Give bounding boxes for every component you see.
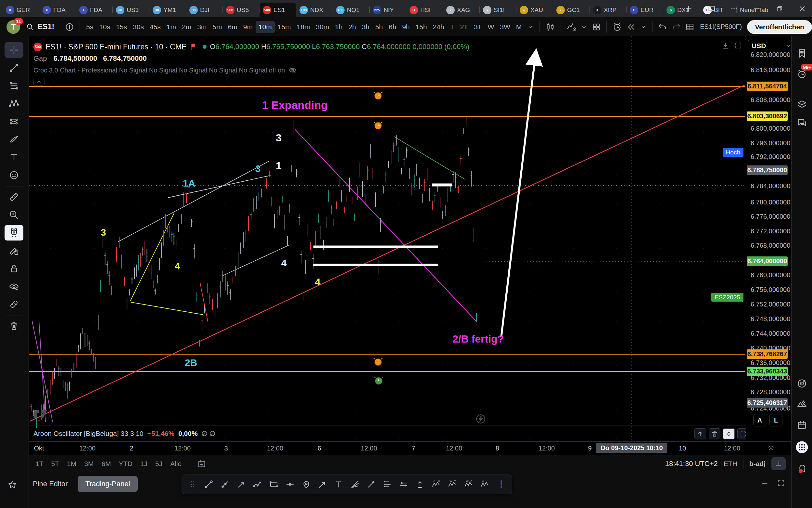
range-5t[interactable]: 5T xyxy=(47,458,63,470)
browser-tab-gc1[interactable]: ▲GC1 xyxy=(553,3,590,17)
legend-collapse-chevron[interactable] xyxy=(34,78,45,86)
ray-icon[interactable] xyxy=(218,477,233,492)
wave-annotation[interactable]: 3 xyxy=(255,163,261,174)
browser-tab-fda[interactable]: XFDA xyxy=(39,3,76,17)
browser-tab-xag[interactable]: ▲XAG xyxy=(443,3,480,17)
browser-tab-eur[interactable]: €EUR xyxy=(627,3,663,17)
timeframe-M[interactable]: M xyxy=(513,21,525,33)
symbol-title[interactable]: ES1! · S&P 500 E-mini Futures · 10 · CME xyxy=(45,41,186,53)
timeframe-45s[interactable]: 45s xyxy=(147,21,164,33)
pin-icon[interactable] xyxy=(299,477,314,492)
timeframe-9m[interactable]: 9m xyxy=(240,21,256,33)
multichart-layout-icon[interactable] xyxy=(683,20,697,34)
session-label[interactable]: ETH xyxy=(724,460,737,468)
range-5j[interactable]: 5J xyxy=(151,458,166,470)
ideas-stream-icon[interactable] xyxy=(794,396,810,412)
emoji-icon[interactable] xyxy=(5,167,23,183)
timeframe-5h[interactable]: 5h xyxy=(372,21,386,33)
wave-annotation[interactable]: 2B xyxy=(185,357,197,368)
fib-retracement-icon[interactable] xyxy=(5,78,23,94)
parallel-channel-icon[interactable] xyxy=(396,477,411,492)
timeframe-1h[interactable]: 1h xyxy=(332,21,345,33)
clock-emoji-marker[interactable] xyxy=(374,122,382,129)
channel-lower-white[interactable] xyxy=(118,161,269,242)
timeframe-5m[interactable]: 5m xyxy=(209,21,225,33)
browser-tab-us5[interactable]: 500US5 xyxy=(223,3,259,17)
wave-b-downtrend[interactable] xyxy=(295,130,477,322)
range-1j[interactable]: 1J xyxy=(136,458,151,470)
chat-icon[interactable] xyxy=(794,115,810,131)
screener-radar-icon[interactable] xyxy=(794,376,810,391)
minimize-button[interactable] xyxy=(750,2,763,15)
browser-tab-dji[interactable]: 30DJI xyxy=(186,3,223,17)
calendar-icon[interactable] xyxy=(794,417,810,433)
forecast-icon[interactable] xyxy=(5,114,23,129)
clock-emoji-marker[interactable] xyxy=(374,358,382,366)
alert-clock-icon[interactable] xyxy=(610,20,624,34)
time-axis[interactable]: Okt12:00212:00312:00612:00712:00812:0091… xyxy=(29,441,791,455)
symbol-search[interactable]: ES1! xyxy=(26,23,54,31)
wave-annotation[interactable]: 4 xyxy=(315,276,321,287)
chart-style-candles-icon[interactable] xyxy=(543,20,557,34)
chevron-down-icon[interactable] xyxy=(578,22,589,32)
text-tool-icon[interactable] xyxy=(5,150,23,165)
move-pane-up-button[interactable] xyxy=(695,428,706,439)
rectangle-icon[interactable] xyxy=(266,477,281,492)
currency-selector[interactable]: USD xyxy=(748,40,795,52)
price-marker-icon[interactable] xyxy=(283,477,297,492)
compare-add-icon[interactable] xyxy=(63,20,76,34)
timeframe-5s[interactable]: 5s xyxy=(83,21,96,33)
clock-emoji-marker[interactable] xyxy=(375,377,383,384)
timeframe-10m[interactable]: 10m xyxy=(256,21,275,33)
new-tab-button[interactable] xyxy=(682,2,695,15)
pattern-ae-icon[interactable]: AE xyxy=(477,477,492,492)
apps-grid-icon[interactable] xyxy=(794,439,810,455)
trend-line-icon[interactable] xyxy=(201,477,216,492)
browser-menu-dots-icon[interactable] xyxy=(727,2,741,15)
timeframe-3m[interactable]: 3m xyxy=(194,21,209,33)
wave-annotation[interactable]: 4 xyxy=(281,257,287,268)
undo-icon[interactable] xyxy=(656,20,669,34)
timeframe-18m[interactable]: 18m xyxy=(294,21,313,33)
lock-all-icon[interactable] xyxy=(5,261,23,276)
timeframe-9h[interactable]: 9h xyxy=(399,21,413,33)
browser-tab-fda[interactable]: XFDA xyxy=(76,3,113,17)
cast-icon[interactable] xyxy=(705,2,718,15)
pattern-wz-icon[interactable]: WZ xyxy=(461,477,476,492)
arrow-icon[interactable] xyxy=(315,477,330,492)
trend-line-icon[interactable] xyxy=(5,60,23,76)
wave-annotation[interactable]: 1A xyxy=(183,178,195,188)
timeframe-15s[interactable]: 15s xyxy=(113,21,130,33)
panel-maximize-icon[interactable] xyxy=(777,479,785,488)
pattern-ac-icon[interactable]: AC xyxy=(429,477,444,492)
watchlist-icon[interactable] xyxy=(794,45,810,61)
collapse-pane-button[interactable] xyxy=(723,428,735,439)
range-alle[interactable]: Alle xyxy=(166,458,185,470)
range-6m[interactable]: 6M xyxy=(97,458,115,470)
browser-tab-us3[interactable]: 30US3 xyxy=(113,3,149,17)
timeframe-15h[interactable]: 15h xyxy=(413,21,430,33)
wave-annotation[interactable]: 2/B fertig? xyxy=(452,333,504,345)
tradingview-logo[interactable] xyxy=(34,409,48,419)
sync-drawings-icon[interactable] xyxy=(5,296,23,312)
timeframe-1m[interactable]: 1m xyxy=(164,21,179,33)
go-to-date-icon[interactable] xyxy=(195,457,208,470)
zoom-in-icon[interactable] xyxy=(5,207,23,223)
redo-icon[interactable] xyxy=(669,20,683,34)
pine-editor-button[interactable]: Pine Editor xyxy=(33,480,68,488)
brush-icon[interactable] xyxy=(5,132,23,147)
wave-annotation[interactable]: 1 xyxy=(276,160,282,172)
timeframe-T[interactable]: T xyxy=(447,21,457,33)
panel-minimize-icon[interactable] xyxy=(760,479,769,488)
wave-annotation[interactable]: 3 xyxy=(276,132,282,144)
indicators-icon[interactable] xyxy=(564,20,578,34)
favorites-star-icon[interactable] xyxy=(7,480,17,490)
red-minor[interactable] xyxy=(200,283,208,322)
chart-pane[interactable]: 1 Expanding3131A34442B2/B fertig? 500 ES… xyxy=(29,36,746,441)
layout-templates-icon[interactable] xyxy=(589,20,603,34)
range-ytd[interactable]: YTD xyxy=(115,458,136,470)
close-button[interactable] xyxy=(796,2,809,15)
remove-drawings-icon[interactable] xyxy=(5,318,23,334)
price-axis[interactable]: USD 6.820,0000006.816,0000006.808,000000… xyxy=(746,36,791,441)
browser-tab-ger[interactable]: XGER xyxy=(3,3,39,17)
